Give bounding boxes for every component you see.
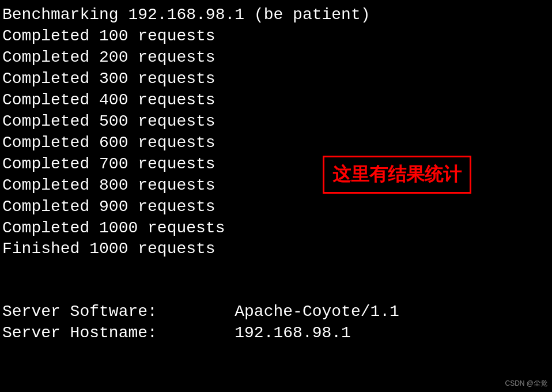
watermark: CSDN @尘觉 xyxy=(505,379,547,389)
completed-100-line: Completed 100 requests xyxy=(2,26,550,47)
annotation-text: 这里有结果统计 xyxy=(332,164,462,184)
completed-200-line: Completed 200 requests xyxy=(2,47,550,69)
completed-500-line: Completed 500 requests xyxy=(2,111,550,133)
annotation-box: 这里有结果统计 xyxy=(323,156,471,194)
completed-1000-line: Completed 1000 requests xyxy=(2,218,550,239)
server-software-line: Server Software: Apache-Coyote/1.1 xyxy=(2,301,550,323)
server-hostname-line: Server Hostname: 192.168.98.1 xyxy=(2,323,550,344)
empty-line-1 xyxy=(2,260,550,281)
benchmarking-line: Benchmarking 192.168.98.1 (be patient) xyxy=(2,5,550,26)
completed-600-line: Completed 600 requests xyxy=(2,133,550,154)
completed-300-line: Completed 300 requests xyxy=(2,69,550,90)
completed-900-line: Completed 900 requests xyxy=(2,197,550,218)
finished-1000-line: Finished 1000 requests xyxy=(2,239,550,260)
empty-line-2 xyxy=(2,281,550,301)
completed-400-line: Completed 400 requests xyxy=(2,90,550,111)
